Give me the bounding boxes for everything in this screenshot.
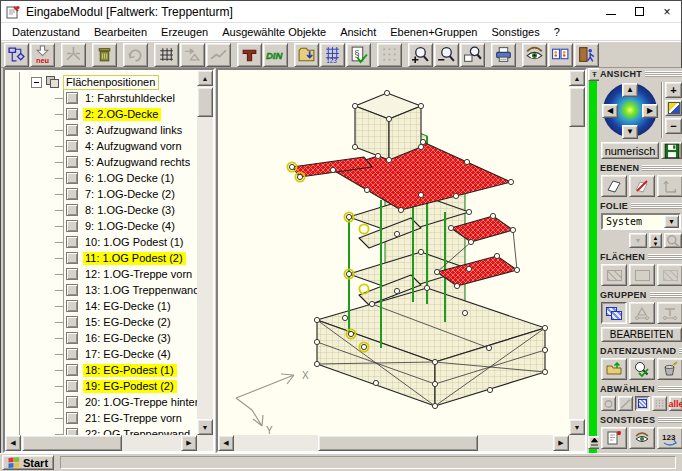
tree-item-box[interactable] (66, 140, 78, 152)
tree-item-box[interactable] (66, 92, 78, 104)
tree-vscrollbar[interactable]: ▲ ▼ (197, 70, 213, 435)
scroll-up-arrow[interactable]: ▲ (197, 70, 213, 86)
zoom-in-view-button[interactable]: + (665, 82, 682, 98)
gruppen-bearbeiten-button[interactable]: BEARBEITEN (601, 327, 682, 342)
tree-item[interactable]: 15: EG-Decke (2) (55, 314, 174, 330)
tree-item-box[interactable] (66, 316, 78, 328)
tree-item-box[interactable] (66, 188, 78, 200)
tree-item-box[interactable] (66, 252, 78, 264)
undo-button-disabled[interactable] (123, 43, 148, 67)
zoom-window-button[interactable] (460, 43, 485, 67)
zoom-out-view-button[interactable]: − (665, 118, 682, 134)
canvas-vscrollbar[interactable]: ▲ ▼ (569, 70, 585, 435)
tree-item-box[interactable] (66, 236, 78, 248)
renumber-button[interactable]: 123 (657, 427, 682, 449)
taskbar-tray[interactable] (60, 456, 676, 469)
din-button[interactable]: DIN (263, 43, 288, 67)
tree-root-label[interactable]: Flächenpositionen (63, 75, 159, 90)
tprofile-button[interactable] (237, 43, 262, 67)
tree-vscroll-thumb[interactable] (197, 87, 213, 117)
tree-item-box[interactable] (66, 300, 78, 312)
maximize-button[interactable] (625, 1, 653, 22)
deselect-all-button[interactable]: alle (669, 396, 682, 411)
tree-item-box[interactable] (66, 156, 78, 168)
ebene-edit-button[interactable] (629, 175, 655, 197)
model-3d-view[interactable]: X Y (218, 70, 569, 435)
tree-hscroll-thumb[interactable] (22, 435, 122, 451)
menu-datenzustand[interactable]: Datenzustand (5, 24, 87, 40)
tree-item-box[interactable] (66, 396, 78, 408)
rotate-left-button[interactable]: ◀ (602, 104, 618, 118)
tree-item-box[interactable] (66, 412, 78, 424)
tree-item-box[interactable] (66, 124, 78, 136)
tree-item[interactable]: 18: EG-Podest (1) (55, 362, 177, 378)
print-button[interactable] (491, 43, 516, 67)
norm-check-button[interactable]: § (346, 43, 371, 67)
tree-item[interactable]: 3: Aufzugwand links (55, 122, 185, 138)
gruppe-tprofile-button-disabled[interactable] (657, 302, 682, 324)
scroll-right-arrow[interactable]: ▶ (553, 435, 569, 451)
menu-erzeugen[interactable]: Erzeugen (154, 24, 215, 40)
contrast-button[interactable] (665, 100, 682, 116)
edit-polyline-button-disabled[interactable] (206, 43, 231, 67)
numeric-view-button[interactable]: numerisch (601, 142, 659, 159)
datenzustand-clean-button[interactable] (657, 358, 682, 380)
deselect-lines-button-disabled[interactable] (618, 396, 633, 411)
tree-item-box[interactable] (66, 348, 78, 360)
tree-hscrollbar[interactable]: ◀ ▶ (5, 435, 197, 451)
folie-search-button-disabled[interactable] (664, 233, 682, 248)
tree-item-box[interactable] (66, 284, 78, 296)
tree-item-box[interactable] (66, 108, 78, 120)
minimize-button[interactable] (597, 1, 625, 22)
title-bar[interactable]: EingabeModul [Faltwerk: Treppenturm] × (1, 1, 681, 23)
dataflow-button[interactable] (4, 43, 29, 67)
scroll-up-arrow[interactable]: ▲ (569, 70, 585, 86)
move-node-button-disabled[interactable] (180, 43, 205, 67)
tree-item[interactable]: 7: 1.OG-Decke (2) (55, 186, 178, 202)
scroll-right-arrow[interactable]: ▶ (181, 435, 197, 451)
gruppe-triangle-button-disabled[interactable] (629, 302, 655, 324)
tree-item-box[interactable] (66, 204, 78, 216)
folie-spinner[interactable]: ▲▼ (649, 233, 662, 248)
zoom-in-button[interactable] (408, 43, 433, 67)
folie-combobox[interactable]: System ▼ (601, 213, 681, 230)
exit-button[interactable] (574, 43, 599, 67)
flaeche-edit-button-disabled[interactable] (629, 264, 655, 286)
menu-sonstiges[interactable]: Sonstiges (484, 24, 546, 40)
tree-item[interactable]: 6: 1.OG Decke (1) (55, 170, 177, 186)
view-settings-button[interactable] (629, 427, 655, 449)
deselect-edges-button-disabled[interactable] (652, 396, 667, 411)
scroll-left-arrow[interactable]: ◀ (218, 435, 234, 451)
canvas-hscroll-thumb[interactable] (318, 435, 478, 451)
tree-item[interactable]: 14: EG-Decke (1) (55, 298, 174, 314)
flaeche-new-button-disabled[interactable] (601, 264, 627, 286)
tree-item[interactable]: 8: 1.OG-Decke (3) (55, 202, 178, 218)
rotate-down-button[interactable]: ▼ (622, 125, 638, 139)
tree-item[interactable]: 19: EG-Podest (2) (55, 378, 177, 394)
deselect-areas-button[interactable] (635, 396, 650, 411)
menu-ebenen-gruppen[interactable]: Ebenen+Gruppen (383, 24, 484, 40)
tree-item[interactable]: 9: 1.OG-Decke (4) (55, 218, 178, 234)
datenzustand-check-button[interactable] (629, 358, 655, 380)
raster-button-disabled[interactable] (377, 43, 402, 67)
tree-item-box[interactable] (66, 364, 78, 376)
tree-item[interactable]: 17: EG-Decke (4) (55, 346, 174, 362)
grid-button[interactable] (154, 43, 179, 67)
combo-dropdown-arrow[interactable]: ▼ (664, 215, 679, 228)
insert-node-button-disabled[interactable] (61, 43, 86, 67)
tree-item[interactable]: 11: 1.OG Podest (2) (55, 250, 186, 266)
canvas-hscrollbar[interactable]: ◀ ▶ (218, 435, 569, 451)
tree-item[interactable]: 1: Fahrstuhldeckel (55, 90, 178, 106)
windows-button[interactable] (548, 43, 573, 67)
tree-item-box[interactable] (66, 332, 78, 344)
tree-item[interactable]: 21: EG-Treppe vorn (55, 410, 185, 426)
menu-bearbeiten[interactable]: Bearbeiten (87, 24, 154, 40)
model-canvas[interactable]: X Y (218, 70, 569, 435)
view-options-button[interactable] (522, 43, 547, 67)
tree-item[interactable]: 2: 2.OG-Decke (55, 106, 161, 122)
renumber-blue-button[interactable]: 123 (320, 43, 345, 67)
tree-item[interactable]: 4: Aufzugwand vorn (55, 138, 185, 154)
tree-item[interactable]: 20: 1.OG-Treppe hinten (55, 394, 197, 410)
scroll-left-arrow[interactable]: ◀ (5, 435, 21, 451)
tree-root-row[interactable]: Flächenpositionen (31, 74, 159, 90)
